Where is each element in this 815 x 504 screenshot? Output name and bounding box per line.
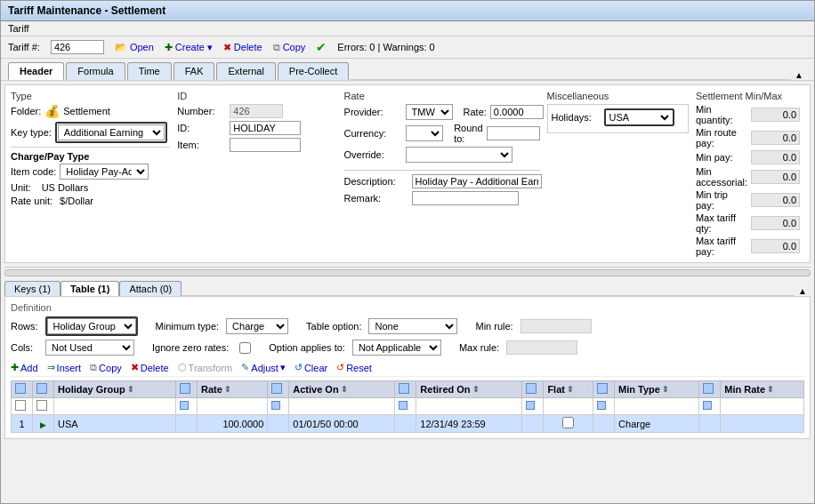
table-row[interactable]: 1 ▶ USA 100.0000 01/01/50 00:00 12/31/49…: [12, 415, 804, 433]
tab-external[interactable]: External: [216, 62, 275, 80]
reset-button[interactable]: ↺ Reset: [336, 362, 372, 373]
table-option-select[interactable]: None: [368, 318, 457, 334]
clear-button[interactable]: ↺ Clear: [295, 362, 327, 373]
cell-holiday-group[interactable]: USA: [54, 415, 176, 433]
tab-header[interactable]: Header: [8, 62, 64, 80]
min-route-label: Min route pay:: [696, 127, 747, 148]
cell-flat[interactable]: [544, 415, 593, 433]
tab-keys[interactable]: Keys (1): [4, 281, 61, 296]
transform-button[interactable]: ⬡ Transform: [178, 362, 233, 373]
collapse-bottom-icon[interactable]: ▲: [795, 286, 811, 296]
filter-row: [12, 398, 804, 415]
horizontal-scrollbar[interactable]: [4, 267, 811, 277]
menu-item-tariff[interactable]: Tariff: [8, 23, 29, 34]
cell-min-rate[interactable]: [721, 415, 804, 433]
item-input[interactable]: [230, 138, 301, 152]
th-rate-btn: [268, 381, 289, 398]
tariff-number-input[interactable]: [51, 40, 104, 54]
filter-rate-btn[interactable]: [271, 401, 280, 410]
key-type-select[interactable]: Additional Earning: [58, 124, 165, 140]
flat-btn[interactable]: [597, 383, 608, 394]
cell-rate[interactable]: 100.0000: [197, 415, 267, 433]
min-rule-input[interactable]: [520, 319, 592, 333]
header-cb1[interactable]: [15, 383, 26, 394]
copy-button[interactable]: ⧉ Copy: [273, 42, 306, 53]
currency-select[interactable]: [406, 125, 444, 141]
filter-active-b: [395, 398, 416, 415]
min-qty-input[interactable]: [751, 108, 800, 122]
th-min-rate[interactable]: Min Rate⇕: [721, 381, 804, 398]
filter-mintype-btn[interactable]: [703, 401, 712, 410]
provider-select[interactable]: TMW: [406, 104, 453, 120]
ignore-zero-checkbox[interactable]: [239, 342, 251, 354]
th-rate[interactable]: Rate⇕: [197, 381, 267, 398]
th-min-type[interactable]: Min Type⇕: [615, 381, 699, 398]
min-trip-input[interactable]: [751, 193, 800, 207]
add-button[interactable]: ✚ Add: [11, 362, 38, 373]
definition-row2: Cols: Not Used Ignore zero rates: Option…: [11, 340, 804, 356]
round-to-input[interactable]: [487, 126, 540, 140]
description-input[interactable]: [412, 174, 542, 188]
cols-select[interactable]: Not Used: [45, 340, 134, 356]
override-select[interactable]: [406, 147, 512, 163]
rate-btn[interactable]: [271, 383, 282, 394]
rate-input[interactable]: [490, 105, 544, 119]
cell-active-on[interactable]: 01/01/50 00:00: [289, 415, 395, 433]
tab-pre-collect[interactable]: Pre-Collect: [278, 62, 349, 80]
filter-cb1[interactable]: [15, 400, 26, 411]
header-cb2[interactable]: [36, 383, 47, 394]
filter-flat-btn[interactable]: [597, 401, 606, 410]
id-input[interactable]: [230, 121, 301, 135]
tab-formula[interactable]: Formula: [66, 62, 125, 80]
collapse-header-icon[interactable]: ▲: [791, 70, 807, 80]
remark-input[interactable]: [412, 191, 519, 205]
min-accessorial-input[interactable]: [751, 170, 800, 184]
delete-button[interactable]: ✖ Delete: [223, 42, 262, 53]
active-btn[interactable]: [399, 383, 409, 394]
flat-checkbox[interactable]: [562, 417, 574, 428]
create-button[interactable]: ✚ Create ▾: [165, 42, 213, 53]
round-to-label: Round to:: [454, 123, 482, 144]
menu-bar: Tariff: [1, 21, 814, 36]
max-tariff-qty-input[interactable]: [751, 216, 800, 230]
cell-min-type[interactable]: Charge: [615, 415, 699, 433]
filter-hg-btn[interactable]: [180, 401, 189, 410]
item-code-select[interactable]: Holiday Pay-Add: [60, 164, 149, 180]
cell-retired-on[interactable]: 12/31/49 23:59: [416, 415, 522, 433]
th-holiday-group[interactable]: Holiday Group⇕: [54, 381, 176, 398]
open-button[interactable]: 📂 Open: [115, 42, 154, 53]
table-delete-button[interactable]: ✖ Delete: [131, 362, 169, 373]
rows-select[interactable]: Holiday Group: [47, 318, 136, 334]
filter-retired-btn[interactable]: [526, 401, 535, 410]
tab-time[interactable]: Time: [127, 62, 172, 80]
cell-active-b: [395, 415, 416, 433]
tab-fak[interactable]: FAK: [173, 62, 215, 80]
insert-button[interactable]: ⇒ Insert: [47, 362, 82, 373]
min-pay-input[interactable]: [751, 150, 800, 164]
min-type-def-select[interactable]: Charge: [226, 318, 288, 334]
filter-cb2[interactable]: [36, 400, 47, 411]
th-retired-on[interactable]: Retired On⇕: [416, 381, 522, 398]
max-tariff-pay-input[interactable]: [751, 239, 800, 253]
adjust-button[interactable]: ✎ Adjust ▾: [241, 362, 286, 373]
filter-active: [289, 398, 395, 415]
retired-btn[interactable]: [526, 383, 537, 394]
row-play[interactable]: ▶: [33, 415, 54, 433]
rate-unit-value: $/Dollar: [60, 196, 93, 206]
holidays-input[interactable]: [607, 111, 656, 124]
holidays-select[interactable]: [658, 111, 672, 124]
option-applies-select[interactable]: Not Applicable: [352, 340, 441, 356]
mintype-btn[interactable]: [703, 383, 714, 394]
max-rule-input[interactable]: [506, 340, 577, 355]
th-flat[interactable]: Flat⇕: [544, 381, 593, 398]
override-label: Override:: [344, 149, 402, 160]
filter-active-btn[interactable]: [399, 401, 408, 410]
unit-value: US Dollars: [42, 182, 89, 193]
tab-attach[interactable]: Attach (0): [119, 281, 182, 296]
min-route-input[interactable]: [751, 131, 800, 145]
table-copy-button[interactable]: ⧉ Copy: [90, 362, 122, 373]
tab-table[interactable]: Table (1): [61, 281, 119, 296]
hg-btn[interactable]: [180, 383, 190, 394]
th-mintype-btn: [699, 381, 721, 398]
th-active-on[interactable]: Active On⇕: [289, 381, 395, 398]
